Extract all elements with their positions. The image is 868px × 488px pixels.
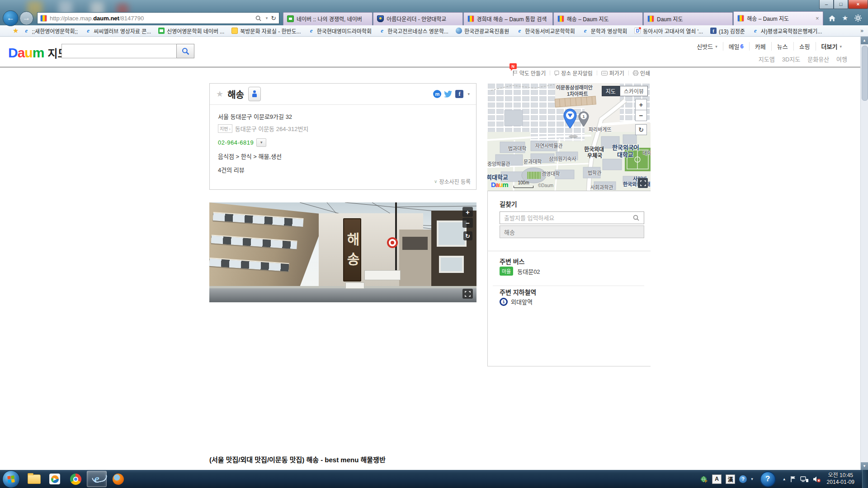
favorite-link[interactable]: 한국고전르네상스 영문학... [379, 27, 448, 35]
tab-daum-map-1[interactable]: 해송 – Daum 지도 [553, 12, 643, 25]
refresh-icon[interactable]: ↻ [271, 14, 276, 22]
subway-station-pin[interactable]: 1 [578, 111, 590, 127]
explorer-taskbar-icon[interactable] [24, 471, 43, 487]
mini-map[interactable]: 1 이문동삼성래미안 1차아파트 파리바게뜨 법과대학 자연사박물관 한국외대 … [487, 83, 651, 191]
directions-start-input[interactable] [500, 211, 644, 224]
phone-dropdown-button[interactable]: ▼ [256, 138, 266, 147]
scrollbar-thumb[interactable] [862, 46, 868, 101]
scroll-down-button[interactable]: ▼ [861, 462, 868, 470]
share-more-icon[interactable]: ▾ [467, 92, 470, 96]
roadview-refresh-button[interactable]: ↻ [463, 231, 472, 240]
embed-link[interactable]: 퍼가기 [601, 69, 624, 77]
review-count[interactable]: 4건의 리뷰 [218, 165, 468, 174]
roadview-fullscreen-button[interactable] [462, 289, 473, 299]
tab-daum-map-2[interactable]: Daum 지도 [643, 12, 733, 25]
twitter-share-icon[interactable] [444, 90, 453, 98]
help-tool-button[interactable]: ? [760, 471, 776, 487]
nav-more[interactable]: 더보기▾ [816, 42, 847, 51]
roadview-zoom-in-button[interactable]: + [462, 207, 473, 217]
map-search-input[interactable] [61, 44, 176, 58]
map-search-button[interactable] [176, 44, 194, 58]
print-link[interactable]: 인쇄 [633, 69, 650, 77]
ime-hanja-button[interactable]: 漢 [726, 474, 735, 484]
nav-sinbad[interactable]: 신밧드▾ [691, 42, 722, 51]
favorite-link[interactable]: 한국현대영미드라마학회 [308, 27, 372, 35]
firefox-taskbar-icon[interactable] [108, 471, 127, 487]
tab-anyang[interactable]: 아름다운리더 - 안양대학교 [373, 12, 462, 25]
map-button[interactable]: 지도 [602, 86, 620, 96]
language-globe-icon[interactable] [700, 475, 708, 483]
daum-logo[interactable]: Daum 지도 [8, 45, 68, 61]
favorite-link[interactable]: (13) 김정준 [710, 27, 745, 35]
photo-register-link[interactable]: ∨ 장소사진 등록 [434, 178, 471, 185]
tab-active-haesong[interactable]: 해송 – Daum 지도× [733, 11, 823, 25]
url-text[interactable]: http://place.map.daum.net/8147790 [50, 15, 253, 22]
phone-number[interactable]: 02-964-6819 [218, 139, 254, 146]
subnav-heritage[interactable]: 문화유산 [807, 55, 829, 63]
roadview-button[interactable] [248, 87, 261, 101]
taskbar-clock[interactable]: 오전 10:45 2014-01-09 [827, 472, 854, 486]
bus-route-row[interactable]: 마을 동대문02 [500, 267, 540, 276]
favorite-link[interactable]: 한국관광교육진흥원 [456, 27, 509, 35]
favorites-star-icon[interactable]: ★ [842, 14, 848, 22]
subnav-mapapp[interactable]: 지도앱 [759, 55, 775, 63]
scroll-up-button[interactable]: ▲ [861, 37, 868, 44]
action-center-flag-icon[interactable] [790, 476, 796, 483]
minimize-button[interactable]: – [819, 0, 834, 9]
media-player-taskbar-icon[interactable]: ▶ [45, 471, 64, 487]
search-dropdown-icon[interactable]: ▾ [266, 16, 268, 20]
map-fullscreen-button[interactable] [638, 178, 648, 188]
subway-station-row[interactable]: 1 외대앞역 [500, 297, 533, 306]
favorite-link[interactable]: 동아시아 고대사의 열쇠 '... [634, 27, 703, 35]
show-hidden-icons-button[interactable]: ▲ [783, 477, 786, 481]
gear-icon[interactable] [854, 14, 862, 22]
address-bar[interactable]: http://place.map.daum.net/8147790 ▾ ↻ [37, 12, 279, 24]
bus-route-name[interactable]: 동대문02 [517, 267, 540, 276]
close-button[interactable]: × [848, 0, 868, 9]
skyview-button[interactable]: 스카이뷰 [620, 86, 648, 96]
nav-cafe[interactable]: 카페 [749, 42, 771, 51]
subnav-travel[interactable]: 여행 [836, 55, 847, 63]
tab-naver[interactable]: 네이버 :: 나의 경쟁력, 네이버 [283, 12, 373, 25]
favorite-link[interactable]: ;;새한영어영문학회;; [23, 27, 78, 35]
subnav-3dmap[interactable]: 3D지도 [782, 55, 801, 63]
mypeople-share-icon[interactable]: m [433, 90, 441, 98]
place-pin[interactable] [562, 108, 578, 129]
directions-destination-input[interactable] [500, 225, 644, 238]
ime-alpha-button[interactable]: A [712, 474, 722, 484]
volume-muted-icon[interactable] [813, 476, 821, 483]
favorites-add-star-icon[interactable]: ★ [13, 27, 19, 35]
network-icon[interactable] [800, 476, 809, 483]
map-sketch-link[interactable]: 약도 만들기 [513, 69, 546, 77]
favorite-link[interactable]: 문학과 영상학회 [582, 27, 627, 35]
favorites-overflow-chevron[interactable]: » [860, 28, 863, 34]
sms-link[interactable]: 장소 문자알림 [554, 69, 593, 77]
roadview-photo[interactable]: 해송 + − ↻ [209, 202, 476, 302]
favorite-link[interactable]: 사)평생교육학점은행제기... [752, 27, 822, 35]
back-button[interactable]: ← [3, 10, 19, 26]
maximize-button[interactable]: □ [834, 0, 848, 9]
nav-shopping[interactable]: 쇼핑 [793, 42, 816, 51]
bookmark-star-icon[interactable]: ★ [216, 89, 223, 99]
page-scrollbar[interactable]: ▲ ▼ [860, 37, 868, 470]
favorite-link[interactable]: 한국동서비교문학학회 [516, 27, 575, 35]
chrome-taskbar-icon[interactable] [66, 471, 85, 487]
favorite-link[interactable]: 북방문화 자료실 - 한반도... [231, 27, 301, 35]
home-icon[interactable] [828, 15, 836, 22]
subway-station-name[interactable]: 외대앞역 [511, 297, 533, 306]
map-zoom-out-button[interactable]: − [635, 110, 647, 121]
tab-close-icon[interactable]: × [814, 15, 819, 22]
nav-mail[interactable]: 메일6 [723, 42, 749, 51]
show-desktop-button[interactable] [862, 470, 868, 488]
nav-news[interactable]: 뉴스 [771, 42, 793, 51]
tab-daum-search[interactable]: 경희대 해송 – Daum 통합 검색 [463, 12, 553, 25]
favorite-link[interactable]: 신영어영문학회 네이버 ... [158, 27, 224, 35]
favorite-link[interactable]: 씨씨엘러브 영상자료 콘... [85, 27, 151, 35]
language-bar-options-icon[interactable]: ▾ [751, 477, 753, 481]
search-icon[interactable] [255, 15, 261, 21]
facebook-share-icon[interactable]: f [455, 90, 463, 98]
start-button[interactable] [2, 470, 20, 488]
map-zoom-in-button[interactable]: + [635, 99, 647, 110]
ie-taskbar-icon-active[interactable]: e [87, 471, 107, 487]
search-icon[interactable] [633, 215, 639, 221]
